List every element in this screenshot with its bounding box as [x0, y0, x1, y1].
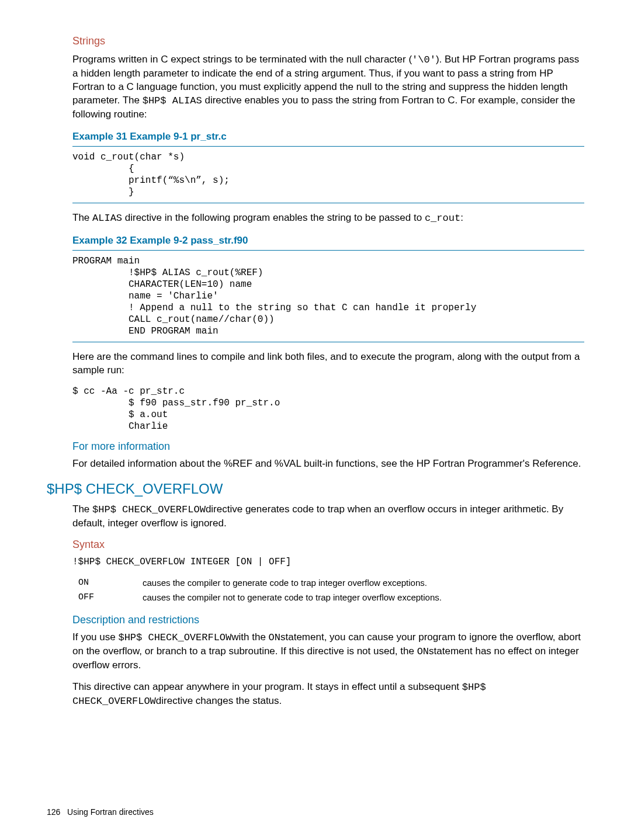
table-row: OFF causes the compiler not to generate …	[78, 590, 442, 605]
more-info-paragraph: For detailed information about the %REF …	[72, 457, 584, 471]
text: with the	[231, 631, 268, 643]
text: directive changes the status.	[156, 695, 282, 706]
code-null: '\0'	[412, 54, 436, 65]
text: This directive can appear anywhere in yo…	[72, 681, 462, 692]
param-desc-on: causes the compiler to generate code to …	[143, 575, 442, 590]
text: The	[72, 212, 92, 223]
description-p1: If you use $HP$ CHECK_OVERFLOWwith the O…	[72, 631, 584, 672]
description-heading: Description and restrictions	[72, 614, 584, 626]
code-hp-check2: $HP$ CHECK_OVERFLOW	[118, 632, 231, 643]
divider	[72, 250, 584, 251]
divider	[72, 203, 584, 203]
strings-paragraph: Programs written in C expect strings to …	[72, 53, 584, 122]
alias-paragraph: The ALIAS directive in the following pro…	[72, 211, 584, 225]
description-p2: This directive can appear anywhere in yo…	[72, 681, 584, 709]
more-info-heading: For more information	[72, 440, 584, 453]
strings-heading: Strings	[72, 35, 584, 47]
code-hp-check: $HP$ CHECK_OVERFLOW	[92, 504, 206, 515]
code-on2: ON	[417, 646, 429, 657]
text: If you use	[72, 631, 118, 643]
syntax-line: !$HP$ CHECK_OVERFLOW INTEGER [ON | OFF]	[72, 557, 584, 567]
code-on: ON	[269, 632, 280, 643]
page-footer: 126 Using Fortran directives	[47, 807, 154, 817]
code-alias: ALIAS	[92, 213, 122, 224]
code-hp-alias: $HP$ ALIAS	[143, 95, 202, 106]
check-overflow-intro: The $HP$ CHECK_OVERFLOWdirective generat…	[72, 503, 584, 530]
syntax-heading: Syntax	[72, 539, 584, 551]
divider	[72, 146, 584, 147]
param-key-off: OFF	[78, 590, 143, 605]
text: The	[72, 504, 92, 515]
page-number: 126	[47, 807, 60, 817]
param-key-on: ON	[78, 575, 143, 590]
command-lines-code: $ cc -Aa -c pr_str.c $ f90 pass_str.f90 …	[72, 386, 584, 432]
example-32-heading: Example 32 Example 9-2 pass_str.f90	[72, 235, 584, 247]
parameter-table: ON causes the compiler to generate code …	[78, 575, 442, 605]
chapter-title: Using Fortran directives	[67, 807, 154, 817]
command-lines-paragraph: Here are the command lines to compile an…	[72, 350, 584, 377]
text: :	[460, 212, 463, 223]
text: directive in the following program enabl…	[122, 212, 425, 223]
text: Programs written in C expect strings to …	[72, 54, 412, 65]
code-crout: c_rout	[425, 213, 460, 224]
check-overflow-heading: $HP$ CHECK_OVERFLOW	[47, 481, 584, 497]
param-desc-off: causes the compiler not to generate code…	[143, 590, 442, 605]
example-32-code: PROGRAM main !$HP$ ALIAS c_rout(%REF) CH…	[72, 255, 584, 337]
divider	[72, 342, 584, 342]
table-row: ON causes the compiler to generate code …	[78, 575, 442, 590]
example-31-heading: Example 31 Example 9-1 pr_str.c	[72, 131, 584, 143]
example-31-code: void c_rout(char *s) { printf(“%s\n”, s)…	[72, 151, 584, 198]
